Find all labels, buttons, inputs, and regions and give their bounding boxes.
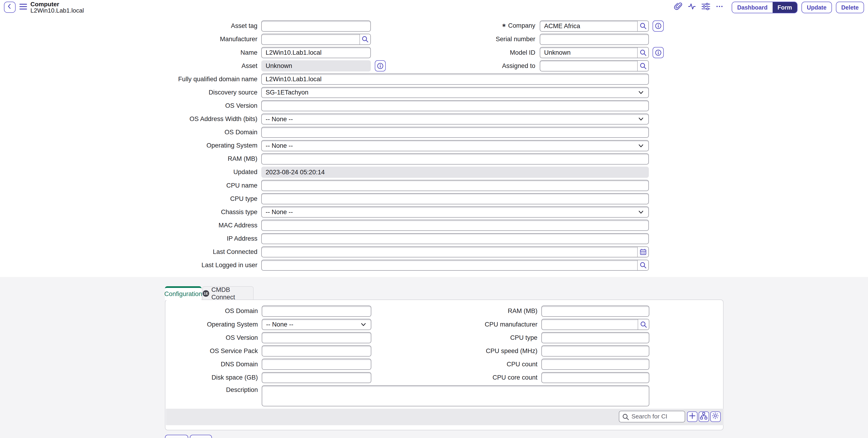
discovery-source-select[interactable]: SG-1ETachyon (261, 87, 649, 98)
ip-address-input[interactable] (262, 234, 648, 244)
dependency-view-button[interactable] (699, 411, 709, 422)
os-domain-input[interactable] (262, 127, 648, 138)
ram-mb-input[interactable] (542, 306, 649, 316)
os-domain-row: OS Domain (130, 126, 649, 139)
last-connected-input[interactable] (262, 247, 637, 257)
company-label: ✱Company (408, 22, 535, 30)
cpu-count-label: CPU count (449, 361, 537, 368)
asset-tag-input[interactable] (262, 21, 370, 31)
os-version-input[interactable] (262, 332, 371, 343)
model-id-info-button[interactable] (653, 47, 664, 58)
menu-button[interactable] (19, 3, 28, 12)
delete-button[interactable]: Delete (836, 2, 864, 13)
activity-button[interactable] (687, 3, 697, 12)
bottom-action-button-1[interactable] (165, 435, 188, 438)
fully-qualified-domain-name-label: Fully qualified domain name (130, 76, 257, 83)
bottom-action-button-2[interactable] (190, 435, 212, 438)
search-icon (622, 413, 629, 420)
manufacturer-input[interactable] (262, 34, 360, 45)
last-connected-fieldbox (261, 246, 649, 258)
dns-domain-input[interactable] (262, 359, 371, 369)
assigned-to-row: Assigned to (408, 59, 664, 72)
ram-mb-input[interactable] (262, 154, 648, 164)
personalize-button[interactable] (701, 3, 711, 12)
name-fieldbox (261, 47, 371, 58)
company-row: ✱Company (408, 19, 664, 33)
chassis-type-label: Chassis type (130, 208, 257, 216)
company-input[interactable] (540, 21, 637, 31)
os-version-input[interactable] (262, 101, 648, 111)
os-domain-row: OS Domain (175, 304, 372, 318)
more-icon (716, 3, 723, 12)
disk-space-gb-input[interactable] (262, 373, 371, 383)
os-version-fieldbox (261, 100, 649, 112)
lookup-button[interactable] (360, 34, 371, 45)
last-logged-in-user-input[interactable] (262, 260, 637, 270)
model-id-input[interactable] (540, 48, 637, 58)
ip-address-label: IP Address (130, 235, 257, 242)
tab-cmdb-connect[interactable]: 1E CMDB Connect (202, 286, 254, 300)
lookup-button[interactable] (637, 48, 648, 58)
operating-system-selected-value: -- None -- (262, 319, 360, 329)
calendar-button[interactable] (637, 247, 648, 257)
form-toggle[interactable]: Form (773, 2, 797, 13)
company-info-button[interactable] (653, 21, 664, 32)
discovery-source-row: Discovery sourceSG-1ETachyon (130, 86, 649, 99)
chassis-type-select[interactable]: -- None -- (261, 206, 649, 217)
add-ci-button[interactable] (687, 411, 698, 422)
cpu-type-input[interactable] (542, 332, 649, 343)
cpu-manufacturer-row: CPU manufacturer (449, 318, 649, 331)
settings-button[interactable] (710, 411, 721, 422)
fully-qualified-domain-name-input[interactable] (262, 74, 648, 84)
back-button[interactable] (4, 2, 16, 13)
cpu-type-label: CPU type (449, 334, 537, 342)
dashboard-toggle[interactable]: Dashboard (732, 2, 772, 13)
cpu-type-input[interactable] (262, 194, 648, 204)
description-label: Description (175, 384, 258, 393)
description-textarea[interactable] (262, 386, 649, 406)
os-address-width-bits-row: OS Address Width (bits)-- None -- (130, 112, 649, 126)
more-options-button[interactable] (715, 3, 725, 12)
cpu-core-count-input[interactable] (542, 373, 649, 383)
assigned-to-input[interactable] (540, 61, 637, 71)
last-connected-row: Last Connected (130, 245, 649, 259)
cpu-speed-mhz-input[interactable] (542, 346, 649, 356)
operating-system-select[interactable]: -- None -- (261, 140, 649, 151)
os-domain-input[interactable] (262, 306, 371, 316)
lookup-button[interactable] (637, 260, 648, 270)
ci-search-input[interactable] (631, 411, 682, 422)
asset-info-button[interactable] (375, 60, 386, 71)
name-input[interactable] (262, 48, 370, 58)
cpu-count-input[interactable] (542, 359, 649, 369)
serial-number-input[interactable] (540, 34, 648, 45)
update-button[interactable]: Update (802, 2, 832, 13)
cpu-name-fieldbox (261, 180, 649, 191)
header: Computer L2Win10.Lab1.local Dashboard Fo… (0, 0, 868, 15)
cpu-core-count-label: CPU core count (449, 374, 537, 381)
cpu-name-input[interactable] (262, 180, 648, 191)
cpu-type-row: CPU type (130, 192, 649, 205)
attachments-button[interactable] (673, 3, 683, 12)
tab-configuration[interactable]: Configuration (165, 286, 202, 300)
lookup-button[interactable] (637, 61, 648, 71)
hierarchy-icon (700, 412, 708, 421)
mac-address-input[interactable] (262, 220, 648, 230)
lookup-button[interactable] (638, 319, 649, 329)
manufacturer-label: Manufacturer (130, 36, 257, 43)
discovery-source-label: Discovery source (130, 89, 257, 96)
lookup-button[interactable] (637, 21, 648, 31)
os-service-pack-input[interactable] (262, 346, 371, 356)
operating-system-select[interactable]: -- None -- (262, 319, 371, 330)
os-service-pack-fieldbox (262, 345, 371, 356)
one-e-logo-icon: 1E (203, 290, 209, 297)
operating-system-selected-value: -- None -- (262, 141, 638, 151)
disk-space-gb-fieldbox (262, 372, 371, 383)
os-address-width-bits-select[interactable]: -- None -- (261, 114, 649, 125)
cpu-manufacturer-input[interactable] (542, 319, 638, 329)
view-toggle: Dashboard Form (732, 2, 797, 13)
fully-qualified-domain-name-row: Fully qualified domain name (130, 72, 649, 86)
cpu-manufacturer-fieldbox (541, 319, 649, 330)
config-left-column: OS DomainOperating System-- None --OS Ve… (175, 304, 372, 384)
related-section: Configuration 1E CMDB Connect OS DomainO… (0, 277, 868, 438)
search-icon (640, 62, 647, 69)
